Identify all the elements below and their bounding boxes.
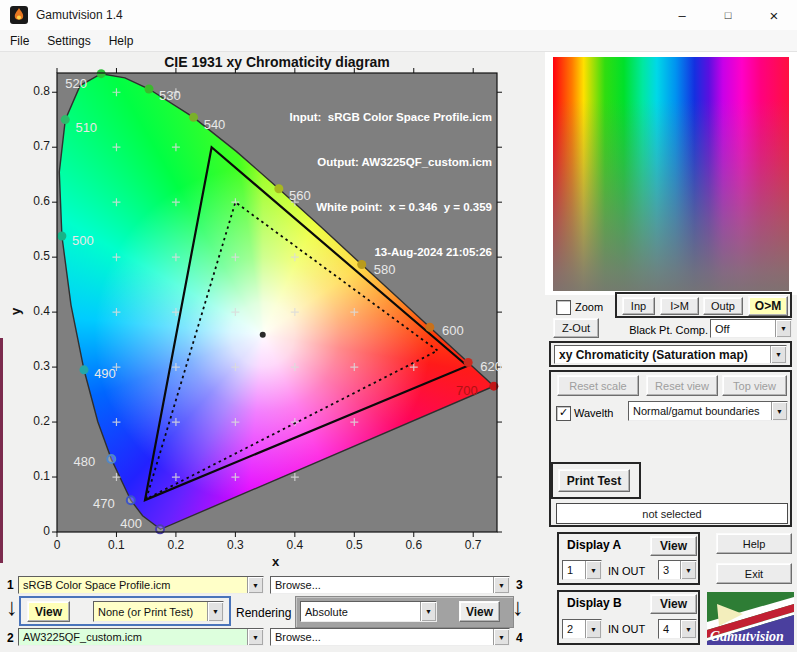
x-tick-label: 0.2 bbox=[158, 538, 194, 552]
chevron-down-icon[interactable]: ▼ bbox=[207, 602, 223, 621]
wavelength-label: 580 bbox=[374, 261, 396, 276]
wavelength-label: 490 bbox=[94, 365, 116, 380]
zoom-checkbox-label: Zoom bbox=[575, 301, 603, 313]
input-to-monitor-button[interactable]: I>M bbox=[660, 297, 699, 315]
y-tick-label: 0.4 bbox=[18, 304, 50, 318]
grid-cross bbox=[231, 363, 239, 371]
wavelength-dot bbox=[127, 496, 135, 504]
browse-output-select[interactable]: Browse... ▼ bbox=[270, 628, 510, 646]
rendering-intent-select[interactable]: Absolute ▼ bbox=[300, 601, 437, 622]
y-tick-label: 0.5 bbox=[18, 249, 50, 263]
chevron-down-icon[interactable]: ▼ bbox=[420, 602, 436, 621]
grid-cross bbox=[172, 143, 180, 151]
test-pattern-select[interactable]: None (or Print Test) ▼ bbox=[93, 601, 224, 622]
slot3-number: 3 bbox=[516, 578, 523, 592]
grid-cross bbox=[350, 308, 358, 316]
grid-cross bbox=[112, 143, 120, 151]
grid-cross bbox=[172, 363, 180, 371]
slot4-number: 4 bbox=[516, 631, 523, 645]
chevron-down-icon[interactable]: ▼ bbox=[493, 629, 509, 645]
output-to-monitor-button[interactable]: O>M bbox=[748, 296, 788, 316]
help-button[interactable]: Help bbox=[716, 533, 792, 554]
wavelength-dot bbox=[189, 113, 198, 122]
close-button[interactable]: × bbox=[751, 0, 797, 30]
chevron-down-icon[interactable]: ▼ bbox=[493, 577, 509, 593]
boundaries-select[interactable]: Normal/gamut boundaries ▼ bbox=[628, 401, 788, 421]
display-a-label: Display A bbox=[567, 538, 621, 552]
chevron-down-icon[interactable]: ▼ bbox=[585, 620, 601, 638]
chevron-down-icon[interactable]: ▼ bbox=[680, 620, 696, 638]
wavelength-label: 520 bbox=[65, 75, 87, 90]
wavelength-dot bbox=[425, 323, 434, 332]
print-test-button[interactable]: Print Test bbox=[558, 469, 630, 492]
grid-cross bbox=[172, 198, 180, 206]
reset-scale-button[interactable]: Reset scale bbox=[557, 375, 639, 396]
display-b-view-button[interactable]: View bbox=[650, 594, 697, 614]
view-mode-select[interactable]: xy Chromaticity (Saturation map) ▼ bbox=[554, 345, 787, 364]
rendering-intent-value: Absolute bbox=[305, 606, 348, 618]
wavelength-label: 540 bbox=[204, 117, 226, 132]
display-a-in-select[interactable]: 1 ▼ bbox=[562, 560, 602, 580]
chevron-down-icon[interactable]: ▼ bbox=[247, 577, 263, 593]
zoom-out-button[interactable]: Z-Out bbox=[553, 318, 599, 338]
chromaticity-plot[interactable]: Input: sRGB Color Space Profile.icm Outp… bbox=[57, 73, 497, 532]
menu-bar: File Settings Help bbox=[0, 30, 797, 52]
view-input-button[interactable]: View bbox=[27, 601, 70, 622]
gamutvision-logo: Gamutvision bbox=[707, 592, 794, 645]
y-tick-label: 0.1 bbox=[18, 469, 50, 483]
chevron-down-icon[interactable]: ▼ bbox=[771, 402, 787, 420]
grid-cross bbox=[231, 418, 239, 426]
display-b-in-select[interactable]: 2 ▼ bbox=[562, 619, 602, 639]
wavelength-dot bbox=[97, 69, 106, 78]
view-output-button[interactable]: View bbox=[459, 601, 500, 622]
test-pattern-value: None (or Print Test) bbox=[98, 606, 193, 618]
chevron-down-icon[interactable]: ▼ bbox=[775, 320, 791, 337]
chevron-down-icon[interactable]: ▼ bbox=[247, 629, 263, 645]
wavelength-label: 530 bbox=[159, 87, 181, 102]
wavelength-dot bbox=[464, 358, 473, 367]
wavelength-checkbox[interactable]: ✓ bbox=[556, 406, 571, 421]
display-b-inout-label: IN OUT bbox=[608, 623, 645, 635]
display-b-in-value: 2 bbox=[567, 623, 573, 635]
saturation-map-image[interactable] bbox=[553, 57, 789, 291]
y-tick-label: 0.7 bbox=[18, 139, 50, 153]
menu-help[interactable]: Help bbox=[109, 34, 134, 48]
chevron-down-icon[interactable]: ▼ bbox=[585, 561, 601, 579]
chevron-down-icon[interactable]: ▼ bbox=[680, 561, 696, 579]
grid-cross bbox=[231, 253, 239, 261]
input-button[interactable]: Inp bbox=[622, 297, 655, 315]
exit-button[interactable]: Exit bbox=[716, 563, 792, 584]
y-tick-label: 0.6 bbox=[18, 194, 50, 208]
output-profile-value: AW3225QF_custom.icm bbox=[23, 631, 142, 643]
input-profile-select[interactable]: sRGB Color Space Profile.icm ▼ bbox=[18, 576, 264, 594]
display-b-out-select[interactable]: 4 ▼ bbox=[658, 619, 697, 639]
plot-border bbox=[57, 73, 497, 532]
zoom-checkbox[interactable] bbox=[556, 300, 571, 315]
browse-input-select[interactable]: Browse... ▼ bbox=[270, 576, 510, 594]
plot-overlay bbox=[47, 63, 507, 542]
minimize-button[interactable]: – bbox=[659, 0, 705, 30]
display-a-out-value: 3 bbox=[663, 564, 669, 576]
black-point-comp-select[interactable]: Off ▼ bbox=[710, 319, 792, 338]
grid-cross bbox=[112, 198, 120, 206]
output-button[interactable]: Outp bbox=[703, 297, 743, 315]
display-a-out-select[interactable]: 3 ▼ bbox=[658, 560, 697, 580]
wavelength-dot bbox=[61, 115, 70, 124]
top-view-button[interactable]: Top view bbox=[722, 375, 787, 396]
window-title: Gamutvision 1.4 bbox=[36, 8, 123, 22]
maximize-button[interactable]: □ bbox=[705, 0, 751, 30]
y-tick-label: 0.3 bbox=[18, 359, 50, 373]
reset-view-button[interactable]: Reset view bbox=[646, 375, 718, 396]
menu-settings[interactable]: Settings bbox=[47, 34, 90, 48]
title-bar: Gamutvision 1.4 – □ × bbox=[0, 0, 797, 31]
grid-cross bbox=[291, 418, 299, 426]
grid-cross bbox=[410, 363, 418, 371]
display-a-view-button[interactable]: View bbox=[650, 536, 697, 556]
grid-cross bbox=[291, 363, 299, 371]
y-tick-label: 0.2 bbox=[18, 414, 50, 428]
x-tick-label: 0.6 bbox=[396, 538, 432, 552]
chevron-down-icon[interactable]: ▼ bbox=[770, 346, 786, 363]
wavelength-dot bbox=[357, 260, 366, 269]
output-profile-select[interactable]: AW3225QF_custom.icm ▼ bbox=[18, 628, 264, 646]
menu-file[interactable]: File bbox=[10, 34, 29, 48]
